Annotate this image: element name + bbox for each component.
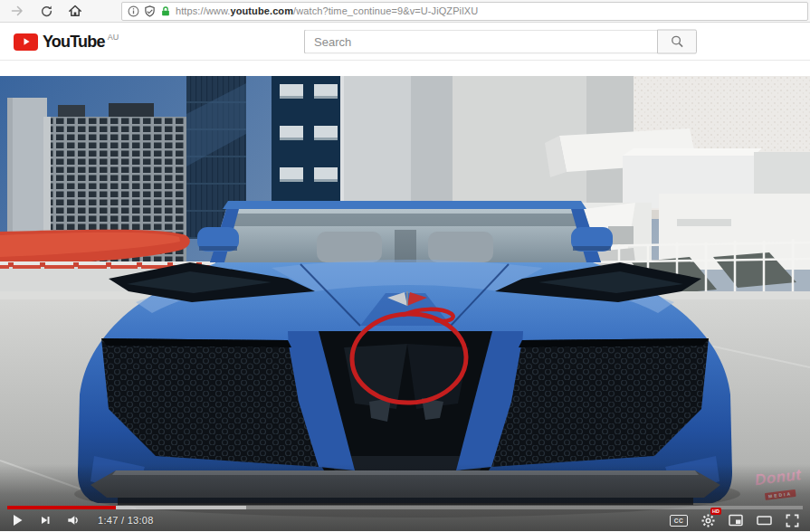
play-icon — [11, 513, 24, 527]
page-background-gap — [0, 61, 810, 76]
captions-button[interactable]: CC — [670, 512, 688, 528]
fullscreen-button[interactable] — [786, 512, 799, 528]
controls-row: 1:47 / 13:08 CC HD — [0, 509, 810, 531]
video-player[interactable]: Donut MEDIA 1:47 / 13:08 CC — [0, 76, 810, 531]
video-frame — [0, 76, 810, 531]
fullscreen-icon — [786, 514, 799, 527]
hd-badge: HD — [710, 508, 721, 515]
search-button[interactable] — [657, 29, 697, 53]
miniplayer-button[interactable] — [729, 512, 743, 528]
search-bar — [304, 29, 697, 53]
address-bar[interactable]: https://www.youtube.com/watch?time_conti… — [121, 2, 808, 21]
right-controls: CC HD — [656, 512, 799, 528]
search-icon — [671, 34, 684, 48]
youtube-logo[interactable]: YouTube AU — [14, 32, 119, 52]
volume-button[interactable] — [66, 512, 81, 528]
gear-icon — [701, 514, 715, 527]
miniplayer-icon — [729, 514, 743, 527]
next-button[interactable] — [39, 512, 51, 528]
youtube-play-icon — [14, 33, 38, 51]
browser-window: https://www.youtube.com/watch?time_conti… — [0, 0, 810, 532]
play-button[interactable] — [11, 512, 24, 528]
forward-icon[interactable] — [9, 3, 25, 19]
time-display: 1:47 / 13:08 — [98, 515, 154, 526]
settings-button[interactable]: HD — [701, 512, 715, 528]
search-input[interactable] — [304, 29, 657, 53]
volume-icon — [66, 514, 81, 527]
captions-icon: CC — [670, 515, 688, 527]
next-icon — [39, 514, 51, 527]
youtube-header: YouTube AU — [0, 23, 810, 61]
lock-icon[interactable] — [160, 5, 171, 17]
info-icon[interactable] — [128, 5, 139, 17]
youtube-logo-text: YouTube — [43, 32, 105, 52]
youtube-region-label: AU — [108, 33, 119, 42]
tracking-shield-icon[interactable] — [144, 5, 156, 17]
theater-button[interactable] — [757, 512, 772, 528]
browser-toolbar: https://www.youtube.com/watch?time_conti… — [0, 0, 810, 23]
refresh-icon[interactable] — [38, 3, 54, 19]
home-icon[interactable] — [67, 3, 83, 19]
theater-icon — [757, 514, 772, 527]
url-text: https://www.youtube.com/watch?time_conti… — [176, 5, 478, 16]
